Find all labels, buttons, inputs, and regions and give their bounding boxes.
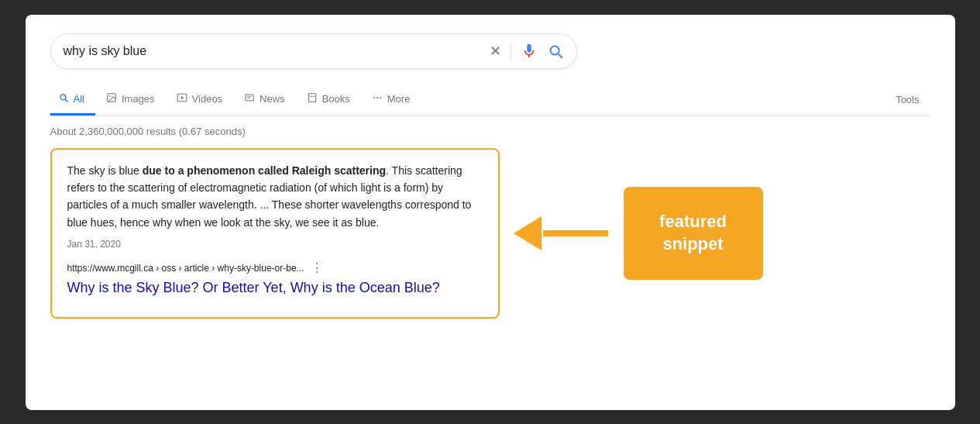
arrow-line	[543, 230, 608, 236]
search-bar-icons: ✕	[490, 42, 564, 60]
snippet-more-icon[interactable]: ⋮	[311, 260, 323, 275]
svg-point-1	[109, 95, 111, 97]
snippet-text-before: The sky is blue	[67, 164, 143, 177]
images-icon	[106, 92, 117, 105]
browser-window: why is sky blue ✕	[26, 15, 955, 410]
featured-snippet-row: The sky is blue due to a phenomenon call…	[50, 148, 930, 319]
featured-label-box: featured snippet	[624, 187, 763, 280]
search-bar-container: why is sky blue ✕	[50, 33, 930, 69]
tab-tools[interactable]: Tools	[885, 86, 930, 113]
snippet-url-row: https://www.mcgill.ca › oss › article › …	[67, 260, 483, 275]
tab-videos[interactable]: Videos	[169, 84, 234, 115]
svg-rect-7	[308, 93, 315, 102]
news-icon	[244, 92, 255, 105]
arrow-head	[514, 216, 542, 250]
svg-point-9	[373, 96, 375, 98]
clear-icon[interactable]: ✕	[490, 43, 501, 60]
more-dots-icon	[372, 92, 383, 105]
videos-icon	[177, 92, 187, 105]
svg-point-11	[380, 96, 381, 98]
tab-more[interactable]: More	[364, 84, 421, 115]
svg-point-10	[377, 96, 378, 98]
snippet-date: Jan 31, 2020	[67, 239, 483, 250]
tab-news[interactable]: News	[236, 84, 296, 115]
search-bar: why is sky blue ✕	[50, 33, 577, 69]
nav-tabs: All Images Videos News Books	[50, 84, 930, 116]
svg-marker-3	[181, 95, 184, 99]
featured-label-text: featured snippet	[659, 211, 727, 255]
snippet-text: The sky is blue due to a phenomenon call…	[67, 162, 483, 232]
tab-all[interactable]: All	[50, 84, 95, 115]
search-input[interactable]: why is sky blue	[64, 44, 483, 58]
snippet-link[interactable]: Why is the Sky Blue? Or Better Yet, Why …	[67, 280, 440, 295]
tab-books[interactable]: Books	[299, 84, 361, 115]
search-small-icon	[58, 92, 69, 105]
featured-snippet-box: The sky is blue due to a phenomenon call…	[50, 148, 500, 319]
snippet-url: https://www.mcgill.ca › oss › article › …	[67, 263, 304, 274]
books-icon	[307, 92, 318, 105]
snippet-text-bold: due to a phenomenon called Raleigh scatt…	[143, 164, 386, 177]
divider	[511, 42, 511, 60]
results-count: About 2,360,000,000 results (0.67 second…	[50, 126, 930, 137]
mic-icon[interactable]	[521, 43, 538, 60]
search-submit-icon[interactable]	[547, 43, 564, 60]
tab-images[interactable]: Images	[98, 84, 166, 115]
svg-rect-4	[246, 94, 254, 100]
